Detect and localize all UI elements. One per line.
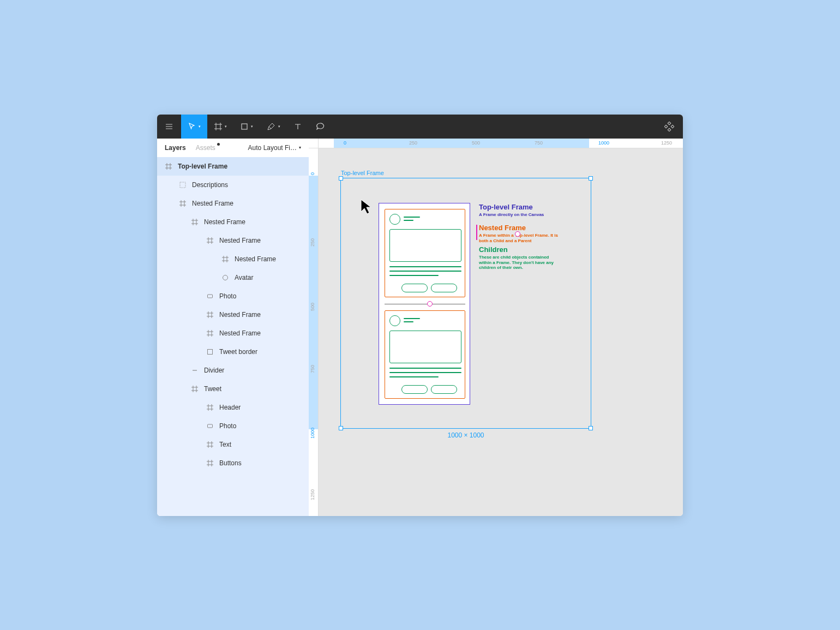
mockup-line [389,266,461,267]
ruler-tick: 750 [535,140,543,146]
layer-row[interactable]: Tweet [157,380,309,398]
app-window: ▾ ▾ ▾ ▾ [157,115,683,516]
layer-row[interactable]: Text [157,435,309,454]
menu-button[interactable] [157,115,181,139]
tab-layers[interactable]: Layers [165,144,186,152]
ruler-tick: 750 [310,365,315,373]
layer-row[interactable]: Tweet border [157,343,309,361]
layer-row[interactable]: Avatar [157,268,309,287]
mockup-button[interactable] [431,284,457,292]
frame-icon [214,122,223,131]
text-icon [293,122,302,131]
frame-icon [206,237,214,244]
layer-row[interactable]: Nested Frame [157,231,309,250]
ruler-horizontal[interactable]: 025050075010001250 [319,139,683,148]
annotation-title: Top-level Frame [479,203,561,212]
layer-label: Top-level Frame [178,163,227,170]
chevron-down-icon: ▾ [299,145,301,150]
shape-tool[interactable]: ▾ [233,115,260,139]
frame-icon [221,255,229,263]
text-tool[interactable] [287,115,309,139]
layer-row[interactable]: Nested Frame [157,324,309,343]
rect-outline-icon [206,348,214,356]
mockup-line [404,318,420,319]
frame-tool[interactable]: ▾ [207,115,233,139]
pen-icon [266,122,276,131]
ruler-tick: 1250 [310,489,315,500]
tab-assets[interactable]: Assets [196,144,215,152]
resize-handle-ne[interactable] [589,176,593,181]
ruler-tick: 500 [310,303,315,311]
mockup-button[interactable] [401,284,428,292]
layer-row[interactable]: Top-level Frame [157,157,309,176]
ruler-tick: 500 [472,140,480,146]
resize-handle-nw[interactable] [339,176,343,181]
rect-icon [206,292,214,300]
layer-label: Nested Frame [219,237,261,244]
sidebar: Layers Assets Auto Layout Fi… ▾ Top-leve… [157,139,309,516]
layer-label: Divider [204,367,224,374]
layer-row[interactable]: Nested Frame [157,194,309,213]
chevron-down-icon: ▾ [225,124,227,129]
comment-tool[interactable] [309,115,332,139]
svg-point-6 [223,275,228,280]
frame-icon [206,404,214,411]
cursor-icon [188,122,196,131]
frame-icon [206,329,214,337]
mockup-line [389,271,461,272]
mockup-card-2[interactable] [385,310,465,399]
mockup-card-1[interactable] [385,209,465,297]
layer-row[interactable]: Nested Frame [157,250,309,268]
circle-icon [221,274,229,281]
mockup-line [404,321,413,322]
ruler-tick: 0 [344,140,346,146]
layer-label: Tweet border [219,348,257,356]
components-button[interactable] [656,115,683,139]
layer-row[interactable]: Buttons [157,454,309,472]
rectangle-icon [240,122,249,131]
move-tool[interactable]: ▾ [181,115,207,139]
layer-tree[interactable]: Top-level FrameDescriptionsNested FrameN… [157,157,309,516]
layer-row[interactable]: Nested Frame [157,305,309,324]
ruler-tick: 250 [310,238,315,247]
mockup-photo[interactable] [389,229,461,262]
page-selector[interactable]: Auto Layout Fi… ▾ [248,144,301,152]
svg-rect-1 [668,122,671,125]
group-dots-icon [179,181,187,189]
magnifier-dot-icon [515,231,520,237]
layer-row[interactable]: Photo [157,417,309,435]
frame-icon [206,441,214,448]
selection-dimensions: 1000 × 1000 [447,431,484,439]
mockup-photo[interactable] [389,331,461,363]
layer-label: Nested Frame [219,311,261,319]
mockup-button[interactable] [401,385,428,394]
layer-row[interactable]: Divider [157,361,309,380]
pen-tool[interactable]: ▾ [260,115,287,139]
mockup-divider [385,304,465,305]
layer-label: Photo [219,422,236,430]
layer-row[interactable]: Descriptions [157,176,309,194]
layer-row[interactable]: Header [157,398,309,417]
ruler-vertical[interactable]: 025050075010001250 [309,148,319,516]
frame-icon [165,163,172,170]
mockup-top-frame[interactable] [379,203,470,405]
sidebar-tabs: Layers Assets Auto Layout Fi… ▾ [157,139,309,157]
mockup-avatar[interactable] [389,214,400,225]
layer-label: Photo [219,292,236,300]
annotation-connector [476,225,477,240]
layer-row[interactable]: Nested Frame [157,213,309,231]
ruler-corner [309,139,319,148]
mockup-line [404,220,413,221]
layer-label: Avatar [235,274,253,281]
mockup-line [404,217,420,218]
mockup-avatar[interactable] [389,315,400,326]
resize-handle-se[interactable] [589,426,593,430]
layer-row[interactable]: Photo [157,287,309,305]
chevron-down-icon: ▾ [278,124,280,129]
canvas[interactable]: Top-level Frame 1000 × 1000 [319,148,683,516]
frame-icon [179,200,187,207]
layer-label: Descriptions [192,181,228,189]
resize-handle-sw[interactable] [339,426,343,430]
svg-rect-2 [668,128,671,131]
mockup-button[interactable] [431,385,457,394]
